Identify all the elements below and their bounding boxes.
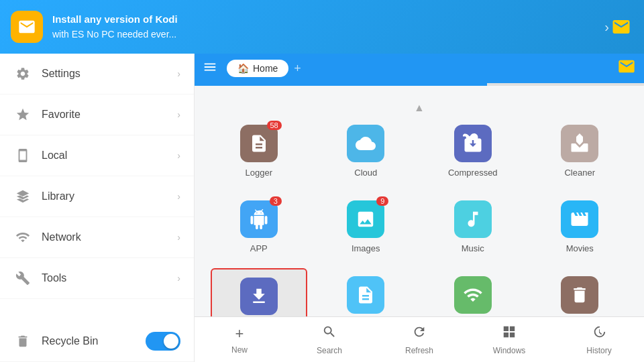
chevron-right-icon: › xyxy=(177,109,180,120)
grid-item-downloader[interactable]: Downloader xyxy=(211,268,307,316)
right-panel: 🏠 Home + ▲ 58LoggerCloudCompressedCleane… xyxy=(195,54,644,362)
grid-item-cloud[interactable]: Cloud xyxy=(318,117,415,186)
grid-area: ▲ 58LoggerCloudCompressedCleaner3APP9Ima… xyxy=(195,86,644,316)
music-icon xyxy=(454,200,492,238)
grid-item-movies[interactable]: Movies xyxy=(532,192,629,261)
search-label: Search xyxy=(317,346,342,355)
grid-item-logger[interactable]: 58Logger xyxy=(211,117,307,186)
network-icon xyxy=(13,228,32,247)
new-label: New xyxy=(231,345,248,355)
grid-item-compressed[interactable]: Compressed xyxy=(425,117,521,186)
refresh-icon xyxy=(412,324,427,343)
recycle-bin-toggle[interactable] xyxy=(146,332,180,351)
logger-icon: 58 xyxy=(240,125,278,162)
grid-item-cleaner[interactable]: Cleaner xyxy=(532,117,629,186)
scroll-up-indicator: ▲ xyxy=(211,99,628,117)
trash-icon xyxy=(13,332,32,351)
new-tab-button[interactable]: + xyxy=(294,62,301,76)
grid-item-app[interactable]: 3APP xyxy=(211,192,307,261)
main-area: Settings › Favorite › Local › xyxy=(0,54,644,362)
chevron-right-icon: › xyxy=(177,150,180,161)
movies-label: Movies xyxy=(566,243,594,253)
sidebar-item-settings[interactable]: Settings › xyxy=(0,54,194,95)
grid-item-music[interactable]: Music xyxy=(425,192,521,261)
windows-button[interactable]: Windows xyxy=(464,317,554,362)
downloader-icon xyxy=(240,278,278,315)
home-tab-label: Home xyxy=(253,63,278,74)
network-icon xyxy=(454,276,492,314)
grid-item-recycle-bin[interactable]: Recycle Bin xyxy=(532,268,629,316)
documents-icon xyxy=(347,276,384,314)
home-icon: 🏠 xyxy=(237,63,249,74)
layers-icon xyxy=(13,187,32,206)
phone-icon xyxy=(13,146,32,165)
compressed-icon xyxy=(454,125,492,162)
app-label: APP xyxy=(250,243,268,253)
sidebar-item-favorite[interactable]: Favorite › xyxy=(0,95,194,135)
sidebar-favorite-label: Favorite xyxy=(42,109,177,121)
cloud-label: Cloud xyxy=(354,168,377,178)
history-icon xyxy=(592,324,606,343)
history-button[interactable]: History xyxy=(554,317,644,362)
bottom-bar: + New Search Refresh xyxy=(195,316,644,362)
history-label: History xyxy=(586,346,611,355)
chevron-right-icon: › xyxy=(177,273,180,284)
chevron-right-icon: › xyxy=(177,232,180,243)
refresh-label: Refresh xyxy=(405,346,433,355)
sidebar-item-network[interactable]: Network › xyxy=(0,217,194,258)
logger-label: Logger xyxy=(246,168,272,178)
grid-item-images[interactable]: 9Images xyxy=(318,192,415,261)
search-icon xyxy=(322,324,337,343)
sidebar-item-local[interactable]: Local › xyxy=(0,135,194,176)
cleaner-label: Cleaner xyxy=(564,168,595,178)
compressed-label: Compressed xyxy=(448,168,498,178)
new-button[interactable]: + New xyxy=(195,317,284,362)
mail-icon[interactable] xyxy=(617,57,636,80)
plus-icon: + xyxy=(235,325,244,343)
search-button[interactable]: Search xyxy=(284,317,374,362)
app-grid: 58LoggerCloudCompressedCleaner3APP9Image… xyxy=(211,117,628,316)
banner-text: Install any version of Kodi with ES No P… xyxy=(52,12,599,42)
music-label: Music xyxy=(462,243,484,253)
banner-icon xyxy=(11,11,43,43)
logger-badge: 58 xyxy=(267,121,282,130)
windows-label: Windows xyxy=(493,346,526,355)
banner-subtitle: with ES No PC needed ever... xyxy=(52,29,176,40)
sidebar-library-label: Library xyxy=(42,190,177,202)
cleaner-icon xyxy=(561,125,598,162)
sidebar-settings-label: Settings xyxy=(42,68,177,80)
tab-bar: 🏠 Home + xyxy=(195,54,644,83)
top-banner: Install any version of Kodi with ES No P… xyxy=(0,0,644,54)
sidebar-tools-label: Tools xyxy=(42,272,177,284)
chevron-up-icon: ▲ xyxy=(414,102,425,114)
gear-icon xyxy=(13,64,32,83)
movies-icon xyxy=(561,200,598,238)
chevron-right-icon: › xyxy=(177,191,180,202)
app-icon: 3 xyxy=(240,200,278,238)
refresh-button[interactable]: Refresh xyxy=(374,317,464,362)
tools-icon xyxy=(13,269,32,288)
images-label: Images xyxy=(352,243,380,253)
grid-item-documents[interactable]: Documents xyxy=(318,268,415,316)
banner-mail-icon[interactable] xyxy=(609,15,633,39)
home-tab[interactable]: 🏠 Home xyxy=(227,60,288,77)
sidebar-recycle-label: Recycle Bin xyxy=(42,335,146,347)
banner-title: Install any version of Kodi xyxy=(52,12,599,27)
banner-arrow-icon[interactable]: › xyxy=(604,19,609,35)
recycle-bin-icon xyxy=(561,276,598,314)
cloud-icon xyxy=(347,125,384,162)
windows-icon xyxy=(502,324,517,343)
images-badge: 9 xyxy=(376,196,388,206)
sidebar-item-recycle-bin[interactable]: Recycle Bin xyxy=(0,321,194,362)
grid-item-network[interactable]: Network xyxy=(425,268,521,316)
chevron-right-icon: › xyxy=(177,68,180,79)
sidebar-local-label: Local xyxy=(42,149,177,162)
sidebar-item-tools[interactable]: Tools › xyxy=(0,258,194,299)
images-icon: 9 xyxy=(347,200,384,238)
sidebar: Settings › Favorite › Local › xyxy=(0,54,195,362)
sidebar-item-library[interactable]: Library › xyxy=(0,176,194,217)
star-icon xyxy=(13,105,32,124)
sidebar-network-label: Network xyxy=(42,231,177,243)
app-badge: 3 xyxy=(270,196,282,206)
hamburger-menu-icon[interactable] xyxy=(203,60,217,78)
